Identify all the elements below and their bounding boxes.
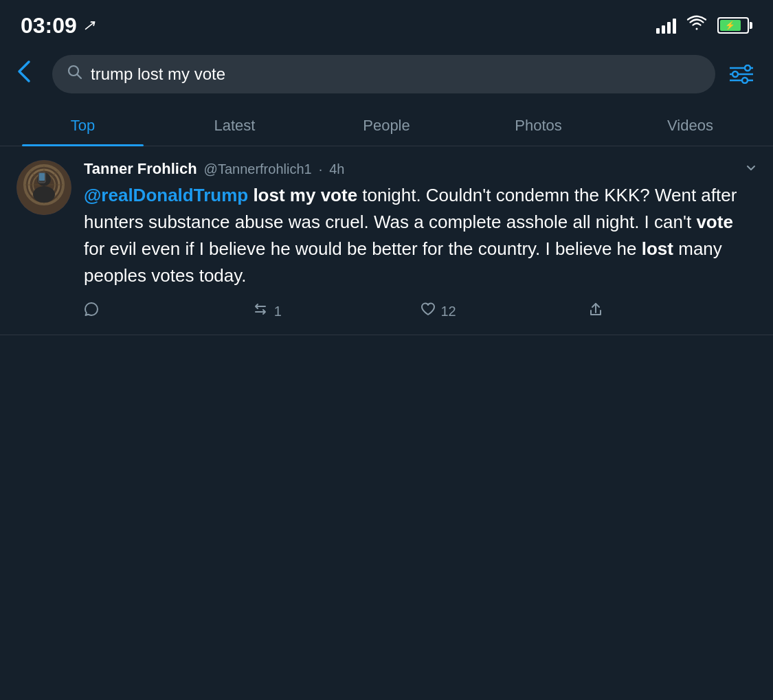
tweet-text: @realDonaldTrump lost my vote tonight. C… bbox=[84, 182, 757, 289]
status-time: 03:09 ↗ bbox=[21, 13, 95, 38]
time-display: 03:09 bbox=[21, 13, 77, 38]
like-button[interactable]: 12 bbox=[421, 302, 589, 321]
tab-people[interactable]: People bbox=[311, 104, 462, 146]
tweet-actions: 1 12 bbox=[84, 302, 757, 321]
tab-top[interactable]: Top bbox=[7, 104, 159, 146]
filter-button[interactable] bbox=[726, 59, 757, 89]
svg-point-6 bbox=[742, 78, 748, 83]
tweet-separator: · bbox=[319, 161, 323, 177]
tab-videos[interactable]: Videos bbox=[614, 104, 766, 146]
location-icon: ↗ bbox=[82, 16, 95, 34]
svg-rect-18 bbox=[39, 173, 45, 181]
tweet-body-part3: for evil even if I believe he would be b… bbox=[84, 238, 642, 259]
tweet-header: Tanner Frohlich @Tannerfrohlich1 · 4h bbox=[84, 160, 757, 178]
search-query: trump lost my vote bbox=[91, 65, 225, 84]
tweet-more-icon[interactable] bbox=[746, 162, 757, 177]
retweet-button[interactable]: 1 bbox=[252, 302, 421, 321]
retweet-count: 1 bbox=[274, 304, 282, 319]
tweet-author-handle: @Tannerfrohlich1 bbox=[204, 161, 312, 177]
tab-latest[interactable]: Latest bbox=[159, 104, 311, 146]
share-button[interactable] bbox=[588, 302, 757, 321]
svg-point-16 bbox=[33, 186, 55, 203]
tabs-row: Top Latest People Photos Videos bbox=[0, 104, 773, 146]
tweet-container: Tanner Frohlich @Tannerfrohlich1 · 4h @r… bbox=[0, 146, 773, 335]
back-button[interactable] bbox=[16, 59, 41, 89]
tweet-author-name: Tanner Frohlich bbox=[84, 160, 197, 178]
tweet-mention[interactable]: @realDonaldTrump bbox=[84, 185, 248, 205]
tab-photos[interactable]: Photos bbox=[462, 104, 614, 146]
wifi-icon bbox=[686, 15, 708, 36]
avatar bbox=[16, 160, 71, 215]
tweet-body-container: Tanner Frohlich @Tannerfrohlich1 · 4h @r… bbox=[84, 160, 757, 321]
status-bar: 03:09 ↗ ⚡ bbox=[0, 0, 773, 48]
tweet-time: 4h bbox=[329, 161, 344, 177]
like-icon bbox=[421, 302, 436, 321]
tweet-bold-vote: vote bbox=[696, 212, 732, 232]
svg-point-4 bbox=[732, 71, 738, 77]
status-icons: ⚡ bbox=[656, 15, 752, 36]
tweet-bold-lost: lost bbox=[642, 238, 673, 259]
search-bar-row: trump lost my vote bbox=[0, 48, 773, 100]
battery-icon: ⚡ bbox=[717, 17, 752, 34]
reply-icon bbox=[84, 302, 99, 321]
tweet-body-part1: lost my vote bbox=[248, 185, 357, 205]
signal-icon bbox=[656, 17, 676, 34]
search-icon bbox=[67, 65, 82, 84]
svg-point-2 bbox=[745, 65, 750, 71]
share-icon bbox=[588, 302, 603, 321]
search-box[interactable]: trump lost my vote bbox=[52, 55, 715, 93]
retweet-icon bbox=[252, 302, 269, 321]
reply-button[interactable] bbox=[84, 302, 252, 321]
like-count: 12 bbox=[441, 304, 456, 319]
